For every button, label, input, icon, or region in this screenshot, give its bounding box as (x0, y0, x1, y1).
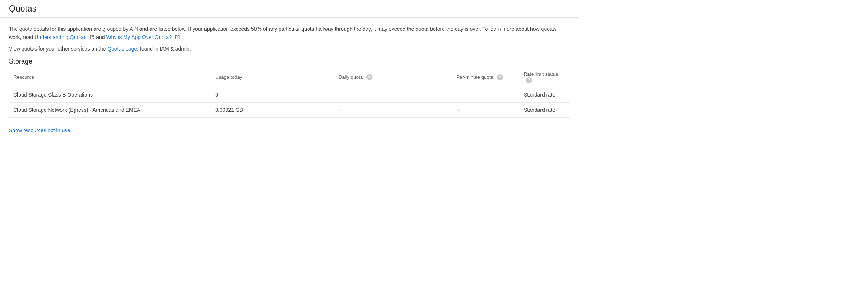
quotas-page-link[interactable]: Quotas page (107, 46, 137, 52)
storage-quotas-table: Resource Usage today Daily quota ? Per-m… (9, 68, 570, 118)
header-label: Per-minute quota (456, 74, 493, 80)
storage-section-title: Storage (9, 58, 570, 65)
table-row: Cloud Storage Network (Egress) - America… (9, 102, 570, 117)
intro-paragraph-1: The quota details for this application a… (9, 25, 570, 41)
help-icon[interactable]: ? (366, 74, 372, 80)
page-title: Quotas (9, 4, 36, 13)
cell-status: Standard rate (519, 102, 570, 117)
why-over-quota-link[interactable]: Why is My App Over Quota? (106, 34, 173, 40)
cell-usage: 0 (211, 87, 334, 102)
cell-resource: Cloud Storage Network (Egress) - America… (9, 102, 211, 117)
external-link-icon (89, 34, 95, 39)
cell-status: Standard rate (519, 87, 570, 102)
show-resources-not-in-use-link[interactable]: Show resources not in use (9, 127, 70, 133)
header-label: Usage today (215, 74, 242, 80)
table-row: Cloud Storage Class B Operations 0 -- --… (9, 87, 570, 102)
header-label: Rate limit status (524, 71, 558, 77)
header-label: Daily quota (339, 74, 363, 80)
header-label: Resource (13, 74, 34, 80)
cell-per-minute: -- (452, 87, 519, 102)
column-header-daily: Daily quota ? (334, 68, 452, 87)
intro-text-3: View quotas for your other services on t… (9, 46, 107, 52)
column-header-resource: Resource (9, 68, 211, 87)
external-link-icon (175, 34, 180, 39)
cell-daily: -- (334, 87, 452, 102)
intro-text-4: , found in IAM & admin. (137, 46, 191, 52)
link-text: Why is My App Over Quota? (106, 34, 172, 40)
link-text: Show resources not in use (9, 127, 70, 133)
understanding-quotas-link[interactable]: Understanding Quotas (34, 34, 88, 40)
column-header-usage: Usage today (211, 68, 334, 87)
intro-paragraph-2: View quotas for your other services on t… (9, 45, 570, 53)
link-text: Quotas page (107, 46, 137, 52)
help-icon[interactable]: ? (497, 74, 503, 80)
cell-per-minute: -- (452, 102, 519, 117)
cell-daily: -- (334, 102, 452, 117)
help-icon[interactable]: ? (526, 77, 532, 83)
column-header-status: Rate limit status ? (519, 68, 570, 87)
cell-usage: 0.00021 GB (211, 102, 334, 117)
intro-text-2: and (96, 34, 106, 40)
link-text: Understanding Quotas (34, 34, 86, 40)
cell-resource: Cloud Storage Class B Operations (9, 87, 211, 102)
column-header-per-minute: Per-minute quota ? (452, 68, 519, 87)
